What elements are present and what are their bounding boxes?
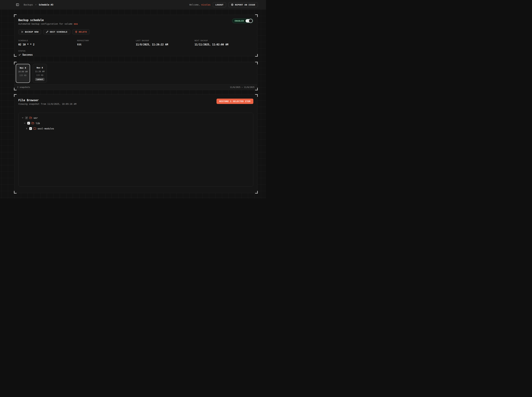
chevron-right-icon <box>35 4 37 6</box>
status-text: Success <box>22 53 33 56</box>
toggle-switch[interactable] <box>246 19 252 23</box>
breadcrumb: Backups Schedule #3 <box>24 3 53 6</box>
sidebar-toggle-button[interactable] <box>16 3 19 6</box>
corner-bracket <box>255 94 258 97</box>
field-label: SCHEDULE <box>18 40 77 42</box>
edit-schedule-label: EDIT SCHEDULE <box>50 31 67 33</box>
latest-badge: Latest <box>35 78 44 81</box>
field-label: STATUS <box>18 50 253 52</box>
field-status: STATUS Success <box>18 50 253 56</box>
file-browser-heading: File Browser Viewing snapshot from 11/8/… <box>18 99 76 105</box>
schedule-heading: Backup schedule Automated backup configu… <box>18 19 78 25</box>
breadcrumb-backups-link[interactable]: Backups <box>24 3 33 6</box>
username: nicolas <box>201 3 210 6</box>
delete-label: DELETE <box>79 31 87 33</box>
corner-bracket <box>14 94 17 97</box>
field-value: ttt <box>77 43 136 46</box>
play-icon <box>21 31 24 33</box>
panel-title: Backup schedule <box>18 19 78 22</box>
logout-button-label: LOGOUT <box>215 4 223 6</box>
file-browser-title: File Browser <box>18 99 76 102</box>
enabled-toggle-label: ENABLED <box>235 20 244 22</box>
panel-subtitle: Automated backup configuration for volum… <box>18 23 78 25</box>
tree-item-name: lib <box>36 122 40 124</box>
schedule-fields: SCHEDULE 02 10 * * 2 REPOSITORY ttt LAST… <box>18 40 253 46</box>
page: Backups Schedule #3 Welcome, nicolas LOG… <box>0 0 266 198</box>
toggle-knob <box>249 19 253 23</box>
app-header: Backups Schedule #3 Welcome, nicolas LOG… <box>0 0 266 9</box>
lifebuoy-icon <box>231 3 234 6</box>
field-label: REPOSITORY <box>77 40 136 42</box>
corner-bracket <box>255 191 258 193</box>
snapshot-date-range: 11/8/2025 – 11/8/2025 <box>230 86 254 88</box>
chevron-down-icon[interactable] <box>22 117 24 119</box>
corner-bracket <box>14 191 17 193</box>
snapshot-size: 133 KB <box>36 74 43 76</box>
delete-button[interactable]: DELETE <box>72 29 90 34</box>
file-browser-panel: File Browser Viewing snapshot from 11/8/… <box>14 94 257 193</box>
welcome-text: Welcome, nicolas <box>189 3 210 6</box>
tree-item-name: usr <box>34 117 38 119</box>
snapshot-time: 11:26 AM <box>35 70 44 73</box>
snapshot-time: 10:09 AM <box>18 71 28 73</box>
field-value: 11/11/2025, 11:02:00 AM <box>195 43 253 46</box>
snapshot-date: Nov 8 <box>37 67 43 69</box>
tree-row-ossl-modules[interactable]: ossl-modules <box>19 126 253 131</box>
field-value: 02 10 * * 2 <box>18 43 77 46</box>
corner-bracket <box>255 14 258 17</box>
folder-icon <box>33 127 36 130</box>
logout-button[interactable]: LOGOUT <box>213 2 226 7</box>
corner-bracket <box>255 54 258 57</box>
corner-bracket <box>14 14 17 17</box>
snapshots-footer: 2 snapshots 11/8/2025 – 11/8/2025 <box>14 85 257 90</box>
field-label: NEXT BACKUP <box>195 40 253 42</box>
snapshot-count: 2 snapshots <box>17 86 30 88</box>
checkbox-ossl-modules[interactable] <box>29 127 32 130</box>
trash-icon <box>75 31 77 33</box>
tree-row-lib[interactable]: lib <box>19 120 253 126</box>
field-last-backup: LAST BACKUP 11/8/2025, 11:26:22 AM <box>136 40 195 46</box>
checkbox-lib[interactable] <box>27 122 30 124</box>
edit-schedule-button[interactable]: EDIT SCHEDULE <box>43 29 70 34</box>
file-tree: usr lib <box>18 113 253 186</box>
folder-open-icon <box>32 122 34 124</box>
field-label: LAST BACKUP <box>136 40 195 42</box>
backup-now-label: BACKUP NOW <box>25 31 38 33</box>
tree-item-name: ossl-modules <box>38 127 54 130</box>
volume-name: sss <box>74 23 78 25</box>
report-issue-button-label: REPORT AN ISSUE <box>235 4 255 6</box>
backup-now-button[interactable]: BACKUP NOW <box>18 29 41 34</box>
enabled-toggle[interactable]: ENABLED <box>232 19 253 23</box>
schedule-actions: BACKUP NOW EDIT SCHEDULE DELETE <box>18 29 253 34</box>
report-issue-button[interactable]: REPORT AN ISSUE <box>228 2 258 7</box>
folder-open-icon <box>29 117 32 119</box>
field-schedule: SCHEDULE 02 10 * * 2 <box>18 40 77 46</box>
restore-button[interactable]: RESTORE 1 SELECTED ITEM <box>216 99 253 104</box>
field-repository: REPOSITORY ttt <box>77 40 136 46</box>
file-browser-subtitle: Viewing snapshot from 11/8/2025, 10:09:1… <box>18 103 76 105</box>
snapshot-size: 133 KB <box>19 74 26 77</box>
corner-bracket <box>14 54 17 57</box>
check-icon <box>18 54 21 56</box>
field-value: 11/8/2025, 11:26:22 AM <box>136 43 195 46</box>
breadcrumb-current: Schedule #3 <box>39 3 53 6</box>
field-next-backup: NEXT BACKUP 11/11/2025, 11:02:00 AM <box>195 40 253 46</box>
snapshots-panel: Nov 8 10:09 AM 133 KB Nov 8 11:26 AM 133… <box>14 62 257 90</box>
chevron-down-icon[interactable] <box>24 122 26 124</box>
panel-subtitle-text: Automated backup configuration for volum… <box>18 23 74 25</box>
chevron-right-icon[interactable] <box>26 127 28 130</box>
snapshot-card[interactable]: Nov 8 11:26 AM 133 KB Latest <box>33 64 47 83</box>
panel-left-icon <box>16 3 19 6</box>
pencil-icon <box>46 31 48 33</box>
checkbox-usr[interactable] <box>25 117 28 119</box>
tree-row-usr[interactable]: usr <box>19 115 253 120</box>
snapshot-date: Nov 8 <box>20 67 26 69</box>
snapshot-list: Nov 8 10:09 AM 133 KB Nov 8 11:26 AM 133… <box>14 62 257 85</box>
backup-schedule-panel: Backup schedule Automated backup configu… <box>14 15 257 56</box>
snapshot-card-selected[interactable]: Nov 8 10:09 AM 133 KB <box>16 64 30 83</box>
welcome-prefix: Welcome, <box>189 3 201 6</box>
